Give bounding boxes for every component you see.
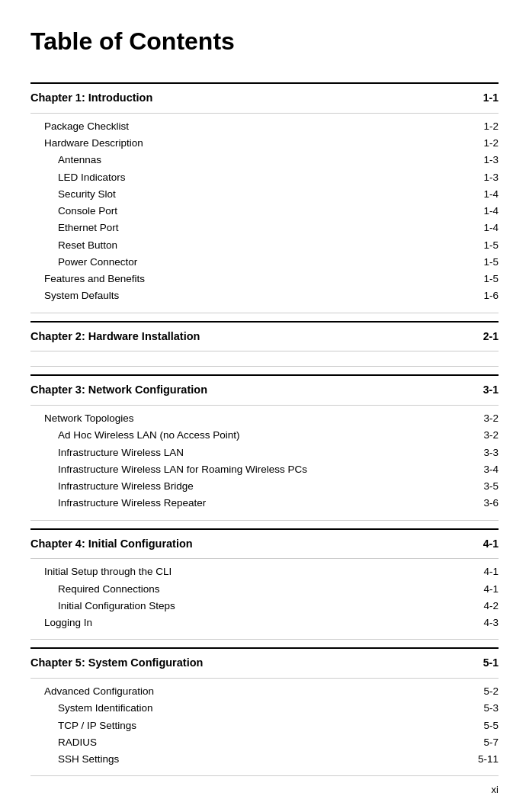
toc-entry-label: Network Topologies [30,411,134,426]
toc-entry-page: 3-5 [483,479,499,494]
chapter-header-ch2: Chapter 2: Hardware Installation2-1 [30,323,499,352]
chapter-page-ch5: 5-1 [483,655,499,671]
toc-entry: Network Topologies3-2 [30,410,499,427]
toc-entry: Infrastructure Wireless LAN for Roaming … [30,461,499,478]
page-title: Table of Contents [30,23,499,59]
toc-entry: Console Port1-4 [30,203,499,220]
chapter-page-ch3: 3-1 [483,382,499,398]
toc-entry-page: 1-5 [483,238,499,253]
toc-entry-page: 3-3 [483,445,499,461]
chapter-header-ch1: Chapter 1: Introduction1-1 [30,84,499,114]
toc-container: Chapter 1: Introduction1-1Package Checkl… [30,82,499,776]
toc-entry-label: Logging In [30,615,92,631]
toc-entry-label: System Identification [30,701,153,716]
toc-entry: Logging In4-3 [30,615,499,631]
toc-entry-page: 3-6 [483,496,499,511]
toc-entry: Ethernet Port1-4 [30,220,499,236]
toc-entry-label: Features and Benefits [30,271,145,287]
toc-entry: Antennas1-3 [30,152,499,168]
chapter-page-ch4: 4-1 [483,536,499,552]
toc-entry-page: 1-5 [483,271,499,287]
toc-entry-page: 3-2 [483,428,499,443]
toc-entry-page: 3-2 [483,411,499,426]
toc-entry-label: Required Connections [30,582,160,597]
chapter-title-ch2: Chapter 2: Hardware Installation [30,329,200,345]
toc-entry-label: Hardware Description [30,136,143,151]
toc-entries-ch3: Network Topologies3-2Ad Hoc Wireless LAN… [30,406,499,521]
toc-entry-label: Infrastructure Wireless Bridge [30,479,194,494]
toc-entry-label: Infrastructure Wireless Repeater [30,496,206,511]
toc-entry-label: Ethernet Port [30,220,119,236]
toc-entries-ch2 [30,351,499,367]
toc-entry-page: 4-2 [483,599,499,614]
toc-entries-ch1: Package Checklist1-2Hardware Description… [30,114,499,313]
toc-entry-page: 5-7 [483,735,499,750]
chapter-header-ch5: Chapter 5: System Configuration5-1 [30,649,499,679]
toc-entry-label: Security Slot [30,187,116,202]
toc-entry-page: 1-3 [483,152,499,168]
toc-entry-label: Package Checklist [30,119,129,134]
chapter-title-ch5: Chapter 5: System Configuration [30,655,203,672]
toc-entry-label: Initial Setup through the CLI [30,564,172,579]
toc-entry-page: 1-4 [483,204,499,219]
toc-entry: Infrastructure Wireless Bridge3-5 [30,478,499,495]
page-footer: xi [492,782,499,798]
toc-entry: Power Connector1-5 [30,254,499,271]
toc-entry-page: 4-3 [483,615,499,631]
chapter-block-ch5: Chapter 5: System Configuration5-1Advanc… [30,647,499,776]
toc-entry: System Identification5-3 [30,700,499,717]
toc-entry: Initial Configuration Steps4-2 [30,598,499,615]
chapter-title-ch3: Chapter 3: Network Configuration [30,382,207,399]
toc-entry-label: Console Port [30,204,117,219]
toc-entry-page: 1-6 [483,288,499,303]
toc-entry: Hardware Description1-2 [30,135,499,152]
toc-entry: Security Slot1-4 [30,186,499,203]
chapter-block-ch1: Chapter 1: Introduction1-1Package Checkl… [30,82,499,313]
toc-entry-label: Advanced Configuration [30,684,154,699]
toc-entry: Package Checklist1-2 [30,118,499,135]
toc-entry-page: 3-4 [483,462,499,477]
toc-entry-page: 4-1 [483,582,499,597]
chapter-header-ch4: Chapter 4: Initial Configuration4-1 [30,530,499,560]
toc-entry-label: Infrastructure Wireless LAN [30,445,184,461]
toc-entry: LED Indicators1-3 [30,169,499,186]
toc-entry-page: 1-2 [483,136,499,151]
chapter-block-ch2: Chapter 2: Hardware Installation2-1 [30,321,499,367]
chapter-header-ch3: Chapter 3: Network Configuration3-1 [30,376,499,406]
toc-entry-page: 5-2 [483,684,499,699]
chapter-title-ch4: Chapter 4: Initial Configuration [30,536,193,553]
toc-entry: Infrastructure Wireless LAN3-3 [30,445,499,461]
toc-entry-page: 4-1 [483,564,499,579]
toc-entry-page: 1-4 [483,220,499,236]
toc-entry-page: 1-2 [483,119,499,134]
toc-entry-label: Initial Configuration Steps [30,599,175,614]
toc-entry-label: RADIUS [30,735,97,750]
toc-entry: Features and Benefits1-5 [30,271,499,287]
toc-entry-page: 1-3 [483,170,499,185]
toc-entry-label: Infrastructure Wireless LAN for Roaming … [30,462,307,477]
toc-entry: TCP / IP Settings5-5 [30,717,499,734]
toc-entry-page: 1-4 [483,187,499,202]
chapter-page-ch1: 1-1 [483,90,499,106]
toc-entry: Required Connections4-1 [30,581,499,598]
toc-entry-page: 5-5 [483,718,499,733]
chapter-block-ch3: Chapter 3: Network Configuration3-1Netwo… [30,374,499,520]
toc-entry: RADIUS5-7 [30,734,499,751]
toc-entry-label: Ad Hoc Wireless LAN (no Access Point) [30,428,240,443]
toc-entry-label: LED Indicators [30,170,126,185]
toc-entries-ch5: Advanced Configuration5-2System Identifi… [30,679,499,776]
toc-entries-ch4: Initial Setup through the CLI4-1Required… [30,559,499,640]
chapter-title-ch1: Chapter 1: Introduction [30,90,152,107]
chapter-page-ch2: 2-1 [483,329,499,345]
toc-entry: Reset Button1-5 [30,237,499,254]
toc-entry: Ad Hoc Wireless LAN (no Access Point)3-2 [30,427,499,444]
toc-entry-page: 1-5 [483,255,499,270]
toc-entry: Infrastructure Wireless Repeater3-6 [30,495,499,512]
toc-entry: Advanced Configuration5-2 [30,683,499,700]
toc-entry: SSH Settings5-11 [30,751,499,768]
toc-entry-label: SSH Settings [30,752,119,767]
toc-entry-label: Antennas [30,152,101,168]
toc-entry-page: 5-3 [483,701,499,716]
toc-entry-label: System Defaults [30,288,119,303]
toc-entry-label: Power Connector [30,255,137,270]
